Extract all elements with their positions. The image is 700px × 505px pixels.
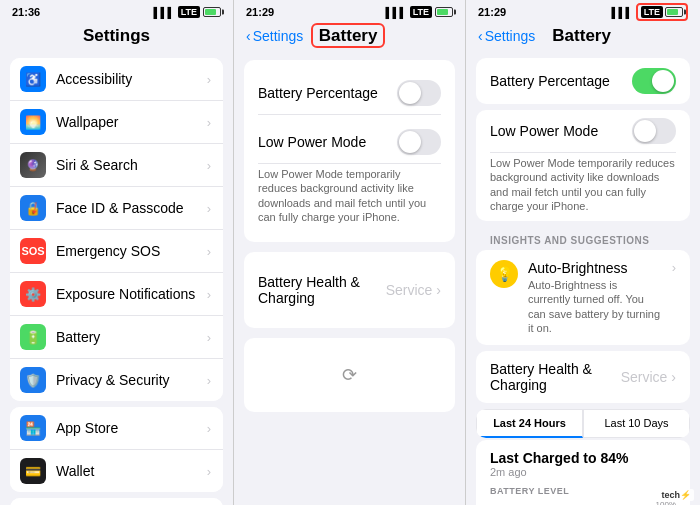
battery-level-label: BATTERY LEVEL (490, 486, 676, 496)
wallpaper-label: Wallpaper (56, 114, 207, 130)
settings-item-battery[interactable]: 🔋 Battery › (10, 316, 223, 359)
settings-item-accessibility[interactable]: ♿ Accessibility › (10, 58, 223, 101)
exposure-label: Exposure Notifications (56, 286, 207, 302)
privacy-icon: 🛡️ (20, 367, 46, 393)
health-value-p3: Service › (621, 369, 676, 385)
settings-item-privacy[interactable]: 🛡️ Privacy & Security › (10, 359, 223, 401)
low-power-row-p3[interactable]: Low Power Mode (490, 110, 676, 153)
battery-label: Battery (56, 329, 207, 345)
emergency-label: Emergency SOS (56, 243, 207, 259)
battery-pct-label-p3: Battery Percentage (490, 73, 610, 89)
settings-item-exposure[interactable]: ⚙️ Exposure Notifications › (10, 273, 223, 316)
settings-item-passwords[interactable]: 🔑 Passwords › (10, 498, 223, 505)
settings-list: ♿ Accessibility › 🌅 Wallpaper › 🔮 Siri &… (0, 52, 233, 505)
siri-chevron: › (207, 158, 211, 173)
exposure-chevron: › (207, 287, 211, 302)
privacy-chevron: › (207, 373, 211, 388)
time-p3: 21:29 (478, 6, 506, 18)
settings-item-appstore[interactable]: 🏪 App Store › (10, 407, 223, 450)
battery-pct-toggle-p3[interactable] (632, 68, 676, 94)
charge-sub: 2m ago (490, 466, 676, 478)
low-power-section: Low Power Mode Low Power Mode temporaril… (258, 115, 441, 230)
settings-item-faceid[interactable]: 🔒 Face ID & Passcode › (10, 187, 223, 230)
battery-icon-p1 (203, 7, 221, 17)
charge-title: Last Charged to 84% (490, 450, 676, 466)
status-bar-p1: 21:36 ▌▌▌ LTE (0, 0, 233, 22)
time-p1: 21:36 (12, 6, 40, 18)
back-button-p3[interactable]: ‹ Settings (478, 28, 535, 44)
battery-percentage-row[interactable]: Battery Percentage (258, 72, 441, 115)
battery-health-row[interactable]: Battery Health & Charging Service › (258, 264, 441, 316)
nav-bar-p3: ‹ Settings Battery (466, 22, 700, 50)
signal-p2: ▌▌▌ (385, 7, 406, 18)
settings-item-emergency[interactable]: SOS Emergency SOS › (10, 230, 223, 273)
health-chevron: › (436, 282, 441, 298)
back-button-p2[interactable]: ‹ Settings (246, 28, 303, 44)
battery-chevron: › (207, 330, 211, 345)
low-power-toggle[interactable] (397, 129, 441, 155)
wallpaper-chevron: › (207, 115, 211, 130)
siri-label: Siri & Search (56, 157, 207, 173)
battery-icon-p2 (435, 7, 453, 17)
chart-y-labels: 100% 60% 0% (656, 500, 676, 505)
low-power-desc: Low Power Mode temporarily reduces backg… (258, 167, 441, 224)
auto-brightness-desc: Auto-Brightness is currently turned off.… (528, 278, 662, 335)
battery-health-card: Battery Health & Charging Service › (244, 252, 455, 328)
back-label-p2: Settings (253, 28, 304, 44)
battery-settings-icon: 🔋 (20, 324, 46, 350)
lte-badge-p3: LTE (641, 6, 663, 18)
low-power-row[interactable]: Low Power Mode (258, 121, 441, 164)
y-label-100: 100% (656, 500, 676, 505)
appstore-label: App Store (56, 420, 207, 436)
lte-badge-p1: LTE (178, 6, 200, 18)
tab-24h[interactable]: Last 24 Hours (476, 409, 583, 438)
tab-10d[interactable]: Last 10 Days (583, 409, 690, 438)
battery-pct-label: Battery Percentage (258, 85, 378, 101)
back-chevron-p3: ‹ (478, 28, 483, 44)
battery-pct-row-p3[interactable]: Battery Percentage (476, 58, 690, 104)
back-chevron-p2: ‹ (246, 28, 251, 44)
low-power-section-p3: Low Power Mode Low Power Mode temporaril… (476, 110, 690, 221)
settings-title: Settings (0, 22, 233, 52)
auto-brightness-card[interactable]: 💡 Auto-Brightness Auto-Brightness is cur… (476, 250, 690, 345)
privacy-label: Privacy & Security (56, 372, 207, 388)
battery-nav-title-p2: Battery (311, 23, 386, 48)
red-outline-status: LTE (636, 3, 688, 21)
siri-icon: 🔮 (20, 152, 46, 178)
battery-health-label: Battery Health & Charging (258, 274, 386, 306)
chart-bars (490, 500, 676, 505)
low-power-label: Low Power Mode (258, 134, 366, 150)
signal-p1: ▌▌▌ (153, 7, 174, 18)
insights-header: INSIGHTS AND SUGGESTIONS (476, 227, 690, 250)
health-chevron-p3: › (671, 369, 676, 385)
health-row-p3[interactable]: Battery Health & Charging Service › (476, 351, 690, 403)
status-bar-p3: 21:29 ▌▌▌ LTE ↑ (466, 0, 700, 22)
battery-icon-p3 (665, 7, 683, 17)
battery-pct-toggle[interactable] (397, 80, 441, 106)
wallpaper-icon: 🌅 (20, 109, 46, 135)
appstore-chevron: › (207, 421, 211, 436)
bulb-icon: 💡 (490, 260, 518, 288)
status-bar-p2: 21:29 ▌▌▌ LTE (234, 0, 465, 22)
wallet-chevron: › (207, 464, 211, 479)
settings-item-wallet[interactable]: 💳 Wallet › (10, 450, 223, 492)
battery-detail-content: Battery Percentage Low Power Mode Low Po… (466, 50, 700, 505)
signal-p3: ▌▌▌ (611, 7, 632, 18)
faceid-chevron: › (207, 201, 211, 216)
low-power-toggle-p3[interactable] (632, 118, 676, 144)
loading-spinner: ⟳ (258, 350, 441, 400)
settings-item-siri[interactable]: 🔮 Siri & Search › (10, 144, 223, 187)
battery-chart: 100% 60% 0% (490, 500, 676, 505)
settings-section-3: 🔑 Passwords › ✉️ Mail › 👤 Contacts › 📅 C… (10, 498, 223, 505)
emergency-icon: SOS (20, 238, 46, 264)
settings-section-1: ♿ Accessibility › 🌅 Wallpaper › 🔮 Siri &… (10, 58, 223, 401)
emergency-chevron: › (207, 244, 211, 259)
battery-nav-title-p3: Battery (552, 26, 611, 45)
settings-item-wallpaper[interactable]: 🌅 Wallpaper › (10, 101, 223, 144)
health-label-p3: Battery Health & Charging (490, 361, 621, 393)
appstore-icon: 🏪 (20, 415, 46, 441)
battery-options-card: Battery Percentage Low Power Mode Low Po… (244, 60, 455, 242)
battery-health-value: Service › (386, 282, 441, 298)
back-label-p3: Settings (485, 28, 536, 44)
exposure-icon: ⚙️ (20, 281, 46, 307)
